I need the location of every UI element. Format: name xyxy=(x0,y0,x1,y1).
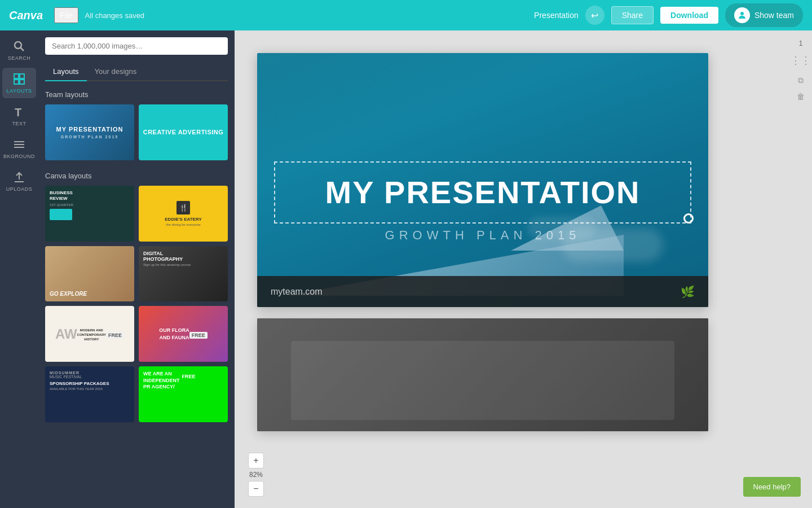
share-button[interactable]: Share xyxy=(611,6,654,24)
canvas-area[interactable]: + Roboto Conden… ⬍ 70 ▲ ▼ 🗑 ▾ xyxy=(235,30,812,508)
layout-flora-fauna[interactable]: OUR FLORAAND FAUNA FREE xyxy=(139,306,228,362)
svg-rect-4 xyxy=(20,74,24,78)
svg-point-0 xyxy=(740,12,744,15)
slide-2-container xyxy=(257,318,789,431)
show-team-button[interactable]: Show team xyxy=(725,3,803,27)
canva-logo: Canva xyxy=(9,9,43,22)
sidebar-item-background[interactable]: BKGROUND xyxy=(2,133,36,164)
slide-number-1: 1 xyxy=(799,40,803,47)
layouts-icon-label: LAYOUTS xyxy=(7,88,32,94)
copy-slide-icon[interactable]: ⧉ xyxy=(798,76,804,85)
layout-business-review[interactable]: BUSINESSREVIEW 1ST QUARTER xyxy=(45,186,134,242)
search-icon-label: SEARCH xyxy=(8,55,31,61)
svg-point-1 xyxy=(15,42,21,49)
show-team-label: Show team xyxy=(754,11,794,20)
svg-rect-6 xyxy=(20,80,24,84)
save-status: All changes saved xyxy=(85,11,145,20)
canva-layouts-grid: BUSINESSREVIEW 1ST QUARTER 🍴 EDDIE'S EAT… xyxy=(45,186,228,422)
sidebar-item-uploads[interactable]: UPLOADS xyxy=(2,166,36,196)
undo-button[interactable]: ↩ xyxy=(585,6,604,25)
svg-rect-3 xyxy=(14,74,19,78)
text-icon-label: TEXT xyxy=(12,121,26,126)
slide-1-container: MY PRESENTATION GROWTH PLAN 2015 myteam.… xyxy=(257,53,789,307)
svg-line-2 xyxy=(21,48,24,51)
sidebar-item-search[interactable]: SEARCH xyxy=(2,35,36,65)
team-layouts-grid: MY PRESENTATION GROWTH PLAN 2015 CREATIV… xyxy=(45,104,228,160)
title-text-box[interactable]: MY PRESENTATION xyxy=(274,161,691,224)
svg-rect-5 xyxy=(14,80,19,84)
layout-midsummer[interactable]: MIDSUMMER MUSIC FESTIVAL SPONSORSHIP PAC… xyxy=(45,366,134,422)
bkground-icon-label: BKGROUND xyxy=(3,154,35,159)
layout-eddies-eatery[interactable]: 🍴 EDDIE'S EATERY the dining for everyone xyxy=(139,186,228,242)
zoom-level-display: 82% xyxy=(248,471,264,479)
slide-footer: myteam.com 🌿 xyxy=(257,276,708,307)
top-navigation: Canva File All changes saved Presentatio… xyxy=(0,0,812,30)
slide-main-title: MY PRESENTATION xyxy=(325,175,641,210)
need-help-button[interactable]: Need help? xyxy=(743,477,801,497)
layout-independent-pr[interactable]: WE ARE ANINDEPENDENTPR AGENCY/ FREE xyxy=(139,366,228,422)
layout-digital-photography[interactable]: DIGITAL PHOTOGRAPHY Sign up for this ama… xyxy=(139,246,228,302)
right-panel: 1 ⋮⋮ ⧉ 🗑 xyxy=(789,30,812,508)
slide-2[interactable] xyxy=(257,318,708,431)
icon-sidebar: SEARCH LAYOUTS T TEXT BKGROUND UPLOADS xyxy=(0,30,38,508)
footer-url: myteam.com xyxy=(271,287,323,297)
team-avatar xyxy=(734,7,750,23)
layouts-panel: Layouts Your designs Team layouts MY PRE… xyxy=(38,30,235,508)
uploads-icon-label: UPLOADS xyxy=(6,186,33,192)
slide-1[interactable]: MY PRESENTATION GROWTH PLAN 2015 myteam.… xyxy=(257,53,708,307)
zoom-out-button[interactable]: − xyxy=(248,481,264,497)
layout-creative-advertising[interactable]: CREATIVE ADVERTISING xyxy=(139,104,228,160)
rotation-handle[interactable] xyxy=(683,213,694,224)
zoom-controls: + 82% − xyxy=(248,453,264,497)
delete-slide-icon[interactable]: 🗑 xyxy=(797,92,805,101)
presentation-label: Presentation xyxy=(534,11,579,20)
canva-layouts-title: Canva layouts xyxy=(45,172,228,180)
image-search-input[interactable] xyxy=(45,37,228,55)
tab-layouts[interactable]: Layouts xyxy=(45,63,87,81)
layout-go-explore[interactable]: GO EXPLORE xyxy=(45,246,134,302)
layout-modern-contemporary[interactable]: AW MODERN ANDCONTEMPORARYHISTORY FREE xyxy=(45,306,134,362)
thumb-label: MY PRESENTATION xyxy=(56,126,123,133)
grid-view-icon[interactable]: ⋮⋮ xyxy=(791,54,811,67)
footer-logo-icon: 🌿 xyxy=(681,285,695,299)
layout-my-presentation[interactable]: MY PRESENTATION GROWTH PLAN 2015 xyxy=(45,104,134,160)
file-menu-button[interactable]: File xyxy=(54,7,78,23)
tab-your-designs[interactable]: Your designs xyxy=(87,63,145,81)
zoom-in-button[interactable]: + xyxy=(248,453,264,468)
svg-text:T: T xyxy=(15,106,21,119)
slide-subtitle: GROWTH PLAN 2015 xyxy=(257,228,708,243)
team-layouts-title: Team layouts xyxy=(45,90,228,99)
sidebar-item-layouts[interactable]: LAYOUTS xyxy=(2,68,36,98)
panel-tabs: Layouts Your designs xyxy=(45,63,228,81)
thumb-label: CREATIVE ADVERTISING xyxy=(143,129,224,136)
sidebar-item-text[interactable]: T TEXT xyxy=(2,100,36,131)
download-button[interactable]: Download xyxy=(660,7,718,24)
